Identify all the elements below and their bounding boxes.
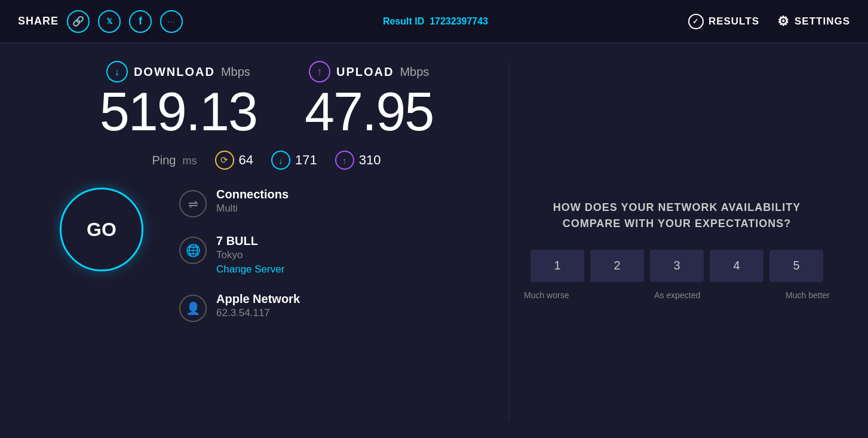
label-much-better: Much better (786, 290, 830, 300)
result-id-section: Result ID 17232397743 (383, 16, 488, 27)
upload-label-row: ↑ UPLOAD Mbps (309, 61, 429, 82)
ping-idle-value: 64 (239, 152, 253, 168)
ping-ul-icon: ↑ (335, 151, 354, 170)
right-panel: HOW DOES YOUR NETWORK AVAILABILITY COMPA… (522, 61, 832, 420)
change-server-link[interactable]: Change Server (216, 264, 284, 275)
upload-label: UPLOAD (336, 65, 394, 79)
result-label: Result ID (383, 16, 424, 26)
ping-upload: ↑ 310 (335, 151, 381, 170)
speed-section: ↓ DOWNLOAD Mbps 519.13 ↑ UPLOAD Mbps 47.… (100, 61, 434, 139)
network-name: Apple Network (216, 292, 300, 306)
upload-icon: ↑ (309, 61, 330, 82)
link-icon[interactable]: 🔗 (67, 10, 90, 33)
header: SHARE 🔗 𝕏 f ··· Result ID 17232397743 ✓ … (0, 0, 868, 43)
connections-content: Connections Multi (216, 188, 289, 215)
network-content: Apple Network 62.3.54.117 (216, 292, 300, 319)
download-label-row: ↓ DOWNLOAD Mbps (106, 61, 250, 82)
download-icon: ↓ (106, 61, 128, 82)
go-button[interactable]: GO (60, 188, 143, 271)
download-unit: Mbps (221, 65, 250, 79)
rating-1[interactable]: 1 (530, 250, 584, 282)
ping-section: Ping ms ⟳ 64 ↓ 171 ↑ 310 (152, 151, 381, 170)
network-item: 👤 Apple Network 62.3.54.117 (179, 292, 300, 322)
connections-value: Multi (216, 203, 289, 215)
ping-download: ↓ 171 (271, 151, 317, 170)
share-label: SHARE (18, 15, 59, 27)
rating-labels: Much worse As expected Much better (522, 290, 832, 300)
rating-row: 1 2 3 4 5 (530, 250, 823, 282)
survey-title: HOW DOES YOUR NETWORK AVAILABILITY COMPA… (553, 200, 800, 232)
ping-idle: ⟳ 64 (215, 151, 253, 170)
connections-icon: ⇌ (179, 190, 207, 218)
network-ip: 62.3.54.117 (216, 307, 300, 319)
connections-title: Connections (216, 188, 289, 201)
results-nav[interactable]: ✓ RESULTS (688, 14, 759, 29)
info-items: ⇌ Connections Multi 🌐 7 BULL Tokyo Chang… (179, 188, 300, 322)
info-row: GO ⇌ Connections Multi 🌐 7 BULL (36, 188, 497, 322)
ping-idle-icon: ⟳ (215, 151, 234, 170)
network-icon: 👤 (179, 295, 207, 322)
settings-nav[interactable]: ⚙ SETTINGS (777, 14, 850, 29)
header-right: ✓ RESULTS ⚙ SETTINGS (688, 14, 850, 29)
download-block: ↓ DOWNLOAD Mbps 519.13 (100, 61, 257, 139)
label-much-worse: Much worse (524, 290, 569, 300)
main-content: ↓ DOWNLOAD Mbps 519.13 ↑ UPLOAD Mbps 47.… (0, 43, 868, 438)
rating-3[interactable]: 3 (650, 250, 704, 282)
rating-4[interactable]: 4 (710, 250, 763, 282)
upload-value: 47.95 (305, 85, 433, 139)
download-value: 519.13 (100, 85, 257, 139)
server-icon: 🌐 (179, 237, 207, 264)
more-icon[interactable]: ··· (160, 10, 183, 33)
server-location: Tokyo (216, 249, 284, 261)
ping-label: Ping ms (152, 154, 197, 167)
twitter-icon[interactable]: 𝕏 (98, 10, 121, 33)
panel-divider (509, 61, 510, 420)
left-panel: ↓ DOWNLOAD Mbps 519.13 ↑ UPLOAD Mbps 47.… (36, 61, 497, 420)
facebook-icon[interactable]: f (129, 10, 152, 33)
download-label: DOWNLOAD (134, 65, 215, 79)
server-content: 7 BULL Tokyo Change Server (216, 234, 284, 275)
result-id: 17232397743 (430, 16, 488, 26)
upload-block: ↑ UPLOAD Mbps 47.95 (305, 61, 433, 139)
rating-2[interactable]: 2 (590, 250, 644, 282)
server-name: 7 BULL (216, 234, 284, 248)
ping-ul-value: 310 (359, 152, 381, 168)
connections-item: ⇌ Connections Multi (179, 188, 300, 218)
settings-icon: ⚙ (777, 14, 790, 29)
results-label: RESULTS (708, 16, 759, 27)
upload-unit: Mbps (400, 65, 429, 79)
settings-label: SETTINGS (795, 16, 850, 27)
results-icon: ✓ (688, 14, 704, 29)
ping-dl-value: 171 (295, 152, 317, 168)
header-left: SHARE 🔗 𝕏 f ··· (18, 10, 183, 33)
server-item: 🌐 7 BULL Tokyo Change Server (179, 234, 300, 275)
rating-5[interactable]: 5 (769, 250, 823, 282)
label-as-expected: As expected (654, 290, 700, 300)
go-label: GO (87, 219, 116, 241)
ping-dl-icon: ↓ (271, 151, 290, 170)
